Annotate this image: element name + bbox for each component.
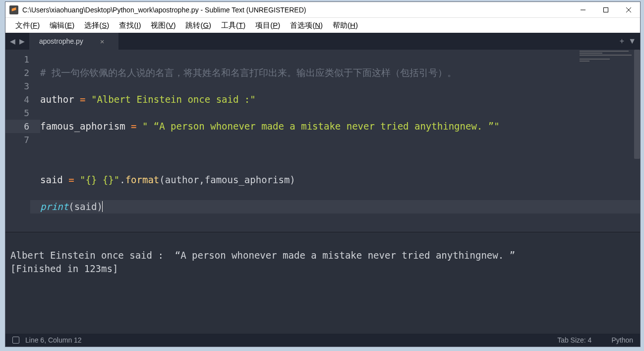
editor-area: 1 2 3 4 5 6 7 # 找一句你钦佩的名人说的名言，将其姓名和名言打印出… [5, 50, 640, 334]
line-number: 3 [5, 79, 40, 93]
cursor-position[interactable]: Line 6, Column 12 [25, 336, 82, 344]
menu-find[interactable]: 查找(I) [114, 19, 146, 32]
svg-rect-0 [604, 7, 608, 12]
vertical-scrollbar[interactable] [634, 50, 640, 159]
menu-view[interactable]: 视图(V) [146, 19, 180, 32]
code-comment: # 找一句你钦佩的名人说的名言，将其姓名和名言打印出来。输出应类似于下面这样（包… [40, 67, 457, 78]
nav-back-icon[interactable]: ◀ [8, 36, 17, 46]
text-cursor [102, 201, 103, 212]
tab-dropdown-icon[interactable]: ▼ [628, 37, 636, 46]
tab-title: apostrophe.py [39, 37, 83, 45]
nav-forward-icon[interactable]: ▶ [18, 36, 26, 46]
statusbar: Line 6, Column 12 Tab Size: 4 Python [5, 334, 640, 347]
line-number: 2 [5, 66, 40, 79]
menu-prefs[interactable]: 首选项(N) [285, 19, 328, 32]
menu-select[interactable]: 选择(S) [79, 19, 114, 32]
menu-tools[interactable]: 工具(T) [216, 19, 250, 32]
tab-size[interactable]: Tab Size: 4 [557, 336, 591, 344]
nav-arrows: ◀ ▶ [5, 33, 29, 50]
menubar: 文件(F) 编辑(E) 选择(S) 查找(I) 视图(V) 跳转(G) 工具(T… [5, 18, 640, 33]
syntax-mode[interactable]: Python [611, 336, 633, 344]
line-number: 4 [5, 93, 40, 106]
line-number: 6 [5, 120, 40, 133]
menu-goto[interactable]: 跳转(G) [180, 19, 216, 32]
tab-close-icon[interactable]: × [100, 37, 105, 46]
window-controls [572, 2, 640, 17]
window-title: C:\Users\xiaohuang\Desktop\Python_work\a… [22, 6, 572, 14]
app-window: C:\Users\xiaohuang\Desktop\Python_work\a… [5, 1, 641, 347]
menu-edit[interactable]: 编辑(E) [45, 19, 79, 32]
menu-help[interactable]: 帮助(H) [328, 19, 363, 32]
line-number: 5 [5, 106, 40, 120]
tab-apostrophe[interactable]: apostrophe.py × [29, 33, 118, 50]
sublime-icon [9, 5, 18, 14]
menu-project[interactable]: 项目(P) [250, 19, 285, 32]
code-editor[interactable]: # 找一句你钦佩的名人说的名言，将其姓名和名言打印出来。输出应类似于下面这样（包… [40, 50, 640, 232]
menu-file[interactable]: 文件(F) [10, 19, 45, 32]
close-button[interactable] [617, 2, 640, 17]
tab-bar: ◀ ▶ apostrophe.py × + ▼ [5, 33, 640, 50]
panel-switcher-icon[interactable] [12, 337, 19, 344]
minimize-button[interactable] [572, 2, 594, 17]
new-tab-icon[interactable]: + [620, 37, 624, 46]
line-number: 1 [5, 53, 40, 66]
maximize-button[interactable] [594, 2, 617, 17]
line-number: 7 [5, 133, 40, 146]
titlebar[interactable]: C:\Users\xiaohuang\Desktop\Python_work\a… [5, 2, 640, 18]
